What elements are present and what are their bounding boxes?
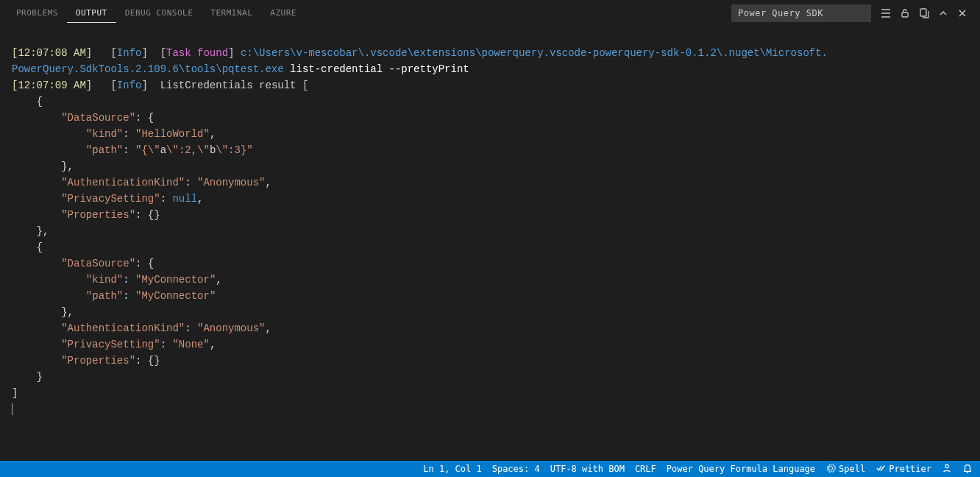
lock-icon[interactable] (899, 7, 911, 19)
status-language[interactable]: Power Query Formula Language (667, 464, 815, 474)
task-label: Task found (166, 47, 228, 59)
json-key: "path" (86, 144, 123, 156)
status-bar: Ln 1, Col 1 Spaces: 4 UTF-8 with BOM CRL… (0, 461, 980, 477)
person-icon (942, 463, 952, 476)
timestamp: [12:07:08 AM] (12, 47, 92, 59)
status-eol[interactable]: CRLF (635, 464, 656, 474)
log-level: Info (117, 80, 142, 91)
json-value: "HelloWorld" (135, 128, 210, 140)
json-key: "Properties" (61, 209, 135, 221)
json-key: "path" (86, 290, 123, 302)
json-key: "AuthenticationKind" (61, 177, 185, 188)
json-key: "PrivacySetting" (61, 339, 160, 350)
json-value: "MyConnector" (135, 290, 216, 302)
status-spaces[interactable]: Spaces: 4 (492, 464, 540, 474)
tab-azure[interactable]: AZURE (261, 4, 305, 22)
json-key: "kind" (86, 128, 123, 140)
result-label: ListCredentials result [ (160, 80, 309, 91)
json-key: "DataSource" (61, 112, 135, 124)
json-value: "MyConnector" (135, 274, 216, 286)
status-prettier-label: Prettier (889, 464, 931, 474)
exe-path: c:\Users\v-mescobar\.vscode\extensions\p… (241, 47, 828, 59)
chevron-up-icon[interactable] (937, 7, 949, 19)
json-value: "None" (172, 339, 209, 350)
log-level: Info (117, 47, 142, 59)
tab-debug-console[interactable]: DEBUG CONSOLE (116, 4, 202, 22)
json-key: "kind" (86, 274, 123, 286)
svg-point-2 (945, 464, 948, 467)
status-notifications[interactable] (962, 463, 973, 476)
gear-icon (825, 463, 836, 476)
check-double-icon (876, 463, 886, 476)
timestamp: [12:07:09 AM] (12, 80, 92, 91)
exe-path-cont: PowerQuery.SdkTools.2.109.6\tools\pqtest… (12, 63, 284, 75)
exe-args: list-credential --prettyPrint (290, 63, 469, 75)
json-key: "AuthenticationKind" (61, 322, 185, 334)
close-icon[interactable] (956, 7, 968, 19)
status-cursor-position[interactable]: Ln 1, Col 1 (423, 464, 481, 474)
brace: { (37, 96, 43, 107)
status-spell[interactable]: Spell (825, 463, 865, 476)
output-channel-select[interactable]: Power Query SDK (731, 4, 871, 22)
tab-output[interactable]: OUTPUT (67, 4, 116, 23)
json-value: null (172, 193, 197, 205)
json-value: "{\" (135, 144, 160, 156)
svg-rect-1 (920, 9, 926, 16)
panel-tabs: PROBLEMS OUTPUT DEBUG CONSOLE TERMINAL A… (0, 0, 980, 26)
status-prettier[interactable]: Prettier (876, 463, 931, 476)
json-key: "PrivacySetting" (61, 193, 160, 205)
status-encoding[interactable]: UTF-8 with BOM (550, 464, 625, 474)
status-feedback[interactable] (942, 463, 952, 476)
output-channel-label: Power Query SDK (738, 8, 823, 18)
panel-action-icons (876, 7, 973, 19)
tab-terminal[interactable]: TERMINAL (202, 4, 261, 22)
status-spell-label: Spell (839, 464, 865, 474)
clear-icon[interactable] (918, 7, 930, 19)
tab-problems[interactable]: PROBLEMS (7, 4, 67, 22)
list-icon[interactable] (880, 7, 892, 19)
caret (12, 403, 13, 415)
json-key: "DataSource" (61, 258, 135, 269)
json-value: "Anonymous" (197, 322, 265, 334)
json-value: "Anonymous" (197, 177, 265, 188)
bell-icon (962, 463, 973, 476)
json-key: "Properties" (61, 355, 135, 367)
output-body[interactable]: [12:07:08 AM] [Info] [Task found] c:\Use… (0, 26, 980, 461)
svg-rect-0 (902, 13, 908, 17)
